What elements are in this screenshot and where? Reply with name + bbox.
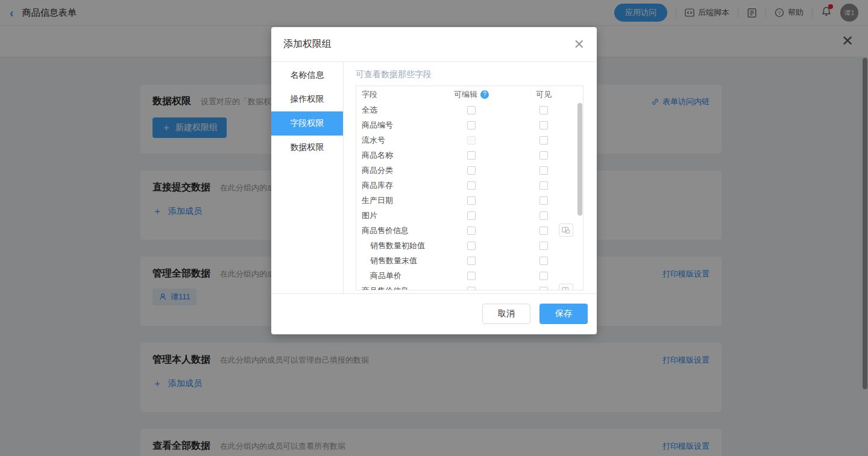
panel-label: 可查看数据那些字段 [356,69,583,80]
visible-checkbox[interactable] [539,257,548,265]
tab-field-permission[interactable]: 字段权限 [271,111,343,136]
table-scrollbar-thumb[interactable] [577,103,582,216]
editable-checkbox[interactable] [467,196,476,205]
editable-checkbox[interactable] [467,181,476,190]
field-row: 全选 [356,102,583,117]
field-row: 商品售价信息 [356,223,583,238]
visible-checkbox[interactable] [539,106,548,114]
editable-checkbox[interactable] [467,121,476,130]
visible-checkbox[interactable] [539,121,548,130]
field-row: 商品编号 [356,117,583,133]
editable-cell [450,151,492,160]
visible-cell [523,181,565,190]
visible-cell [523,151,565,160]
visible-checkbox[interactable] [539,272,548,280]
editable-checkbox[interactable] [467,166,476,175]
field-label: 商品分类 [362,163,393,178]
modal-close-icon[interactable]: ✕ [574,38,585,51]
help-question-icon[interactable]: ? [480,90,489,99]
col-visible: 可见 [523,89,565,100]
visible-cell [523,166,565,175]
field-row: 商品单价 [356,268,583,283]
table-scrollbar[interactable] [577,87,582,290]
editable-cell [450,136,492,145]
field-label: 商品单价 [370,268,401,283]
field-label: 商品库存 [362,178,393,193]
visible-checkbox[interactable] [539,151,548,160]
tab-data-permission[interactable]: 数据权限 [271,136,343,160]
editable-checkbox[interactable] [467,257,476,265]
editable-checkbox[interactable] [467,287,476,291]
editable-cell [450,106,492,114]
field-table-body: 字段 可编辑 ? 可见 全选商品编号流水号商品名称商品分类商品库存生产日期图片商… [356,86,583,290]
field-label: 全选 [362,102,377,117]
field-row: 销售数量初始值 [356,238,583,253]
editable-checkbox[interactable] [467,242,476,250]
editable-cell [450,166,492,175]
modal-tabs: 名称信息 操作权限 字段权限 数据权限 [271,62,344,293]
field-row: 销售数量末值 [356,253,583,268]
visible-cell [523,257,565,265]
editable-cell [450,181,492,190]
editable-checkbox[interactable] [467,226,476,235]
field-label: 商品售价信息 [362,223,409,238]
editable-checkbox[interactable] [467,151,476,160]
tab-name-info[interactable]: 名称信息 [271,63,343,87]
field-row: 商品售价信息 [356,283,583,290]
visible-cell [523,196,565,205]
editable-cell [450,211,492,220]
field-label: 商品名称 [362,148,393,163]
modal-title: 添加权限组 [283,38,332,51]
visible-checkbox[interactable] [539,211,548,220]
field-table: 字段 可编辑 ? 可见 全选商品编号流水号商品名称商品分类商品库存生产日期图片商… [356,86,583,290]
editable-checkbox[interactable] [467,106,476,114]
add-permission-group-modal: 添加权限组 ✕ 名称信息 操作权限 字段权限 数据权限 可查看数据那些字段 字段… [271,27,597,334]
visible-checkbox[interactable] [539,136,548,145]
field-label: 销售数量末值 [370,253,417,268]
visible-cell [523,121,565,130]
visible-cell [523,211,565,220]
editable-cell [450,121,492,130]
editable-checkbox[interactable] [467,272,476,280]
col-editable: 可编辑 ? [450,89,492,100]
tab-operation-permission[interactable]: 操作权限 [271,87,343,111]
field-row: 流水号 [356,133,583,148]
col-editable-label: 可编辑 [454,89,477,100]
visible-checkbox[interactable] [539,287,548,291]
field-label: 流水号 [362,133,385,148]
field-label: 图片 [362,208,377,223]
editable-checkbox [467,136,476,145]
field-row: 商品库存 [356,178,583,193]
modal-footer: 取消 保存 [271,293,597,334]
col-field: 字段 [362,86,377,102]
visible-checkbox[interactable] [539,196,548,205]
visible-cell [523,106,565,114]
visible-cell [523,136,565,145]
save-button[interactable]: 保存 [539,304,588,324]
visible-checkbox[interactable] [539,226,548,235]
editable-checkbox[interactable] [467,211,476,220]
modal-body: 名称信息 操作权限 字段权限 数据权限 可查看数据那些字段 字段 可编辑 ? 可… [271,62,597,293]
fields-panel: 可查看数据那些字段 字段 可编辑 ? 可见 全选商品编号流水号商品名称商品分类商… [344,62,597,293]
field-row: 商品分类 [356,163,583,178]
visible-cell [523,242,565,250]
modal-header: 添加权限组 ✕ [271,27,597,62]
field-label: 销售数量初始值 [370,238,425,253]
visible-checkbox[interactable] [539,242,548,250]
editable-cell [450,226,492,235]
editable-cell [450,242,492,250]
editable-cell [450,272,492,280]
editable-cell [450,257,492,265]
field-row: 图片 [356,208,583,223]
editable-cell [450,287,492,291]
subform-icon-button[interactable] [559,284,573,290]
field-label: 商品售价信息 [362,283,409,290]
subform-icon-button[interactable] [559,223,573,237]
visible-checkbox[interactable] [539,181,548,190]
field-table-header: 字段 可编辑 ? 可见 [356,86,583,102]
visible-cell [523,272,565,280]
visible-checkbox[interactable] [539,166,548,175]
cancel-button[interactable]: 取消 [482,304,530,324]
field-label: 商品编号 [362,117,393,133]
field-row: 商品名称 [356,148,583,163]
